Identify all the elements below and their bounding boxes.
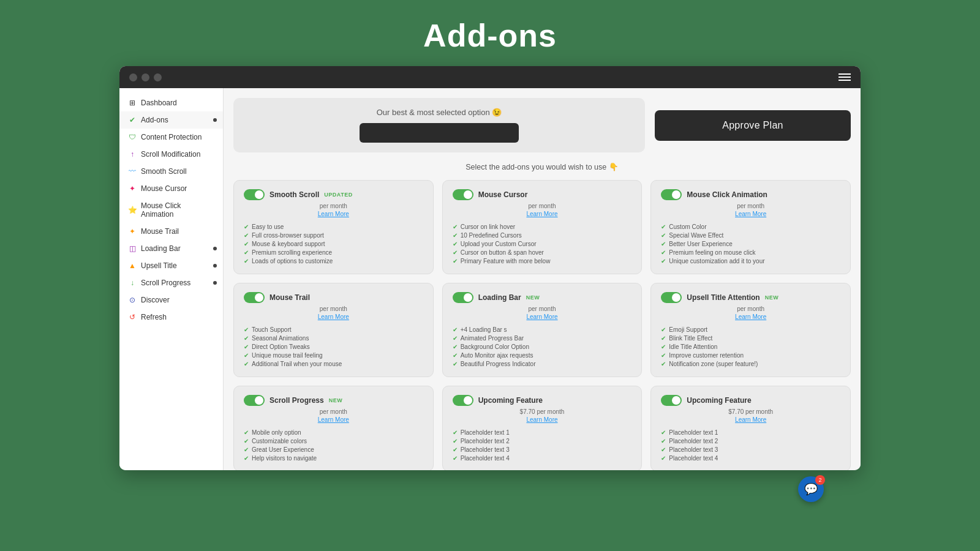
card-title: Upcoming Feature [478,396,543,405]
sidebar-item-scroll-modification[interactable]: ↑ Scroll Modification [119,146,223,163]
check-icon: ✔ [244,352,249,359]
browser-dot-red [129,73,137,81]
check-icon: ✔ [453,232,458,239]
check-icon: ✔ [453,429,458,436]
sidebar-item-loading-bar[interactable]: ◫ Loading Bar [119,240,223,257]
card-feature-item: ✔Customizable colors [244,437,423,445]
card-features: ✔Custom Color✔Special Wave Effect✔Better… [661,222,840,265]
card-feature-item: ✔Placeholder text 3 [453,445,632,454]
toggle-switch[interactable] [453,395,473,406]
card-feature-item: ✔Seasonal Animations [244,334,423,342]
toggle-switch[interactable] [661,395,682,406]
card-feature-item: ✔Placeholder text 3 [661,445,840,454]
sidebar-item-mouse-click-animation[interactable]: ⭐ Mouse Click Animation [119,197,223,223]
sidebar-label-mouse-cursor: Mouse Cursor [141,184,187,193]
check-icon: ✔ [453,326,458,333]
check-icon: ✔ [661,335,666,342]
sidebar-label-upsell-title: Upsell Title [141,261,177,270]
select-addons-label: Select the add-ons you would wish to use… [233,162,851,171]
card-learn-more[interactable]: Learn More [661,416,840,423]
addon-card-upsell-title: Upsell Title Attention NEW per month Lea… [650,283,851,377]
check-icon: ✔ [661,438,666,444]
card-feature-item: ✔Cursor on button & span hover [453,248,632,257]
check-icon: ✔ [244,249,249,256]
toggle-switch[interactable] [453,189,473,200]
card-price: per month [661,305,840,312]
sidebar-item-smooth-scroll[interactable]: 〰 Smooth Scroll [119,163,223,180]
card-learn-more[interactable]: Learn More [453,211,632,217]
check-icon: ✔ [453,361,458,367]
sidebar-item-dashboard[interactable]: ⊞ Dashboard [119,94,223,111]
plan-bar [360,123,519,143]
check-icon: ✔ [244,258,249,264]
card-title: Upsell Title Attention [687,293,760,302]
card-feature-item: ✔+4 Loading Bar s [453,325,632,334]
toggle-switch[interactable] [244,292,265,303]
card-learn-more[interactable]: Learn More [661,313,840,320]
card-learn-more[interactable]: Learn More [244,313,423,320]
approve-plan-button[interactable]: Approve Plan [655,110,851,141]
scroll-mod-icon: ↑ [128,150,137,159]
sidebar-label-discover: Discover [141,296,170,304]
card-feature-item: ✔Primary Feature with more below [453,257,632,265]
smooth-scroll-icon: 〰 [128,167,137,176]
check-icon: ✔ [244,438,249,444]
card-price: $7.70 per month [453,408,632,415]
toggle-switch[interactable] [661,189,682,200]
card-feature-item: ✔Placeholder text 1 [661,428,840,437]
card-features: ✔Cursor on link hover✔10 Predefined Curs… [453,222,632,265]
card-features: ✔Easy to use✔Full cross-browser support✔… [244,222,423,265]
sidebar-item-addons[interactable]: ✔ Add-ons [119,111,223,129]
sidebar-item-mouse-cursor[interactable]: ✦ Mouse Cursor [119,180,223,197]
card-feature-item: ✔Mobile only option [244,428,423,437]
sidebar-item-upsell-title[interactable]: ▲ Upsell Title [119,257,223,274]
sidebar-label-addons: Add-ons [141,116,168,124]
sidebar-item-scroll-progress[interactable]: ↓ Scroll Progress [119,274,223,291]
addon-card-scroll-progress: Scroll Progress NEW per month Learn More… [233,386,434,470]
sidebar-item-content-protection[interactable]: 🛡 Content Protection [119,129,223,146]
card-header: Mouse Click Animation [661,189,840,200]
toggle-switch[interactable] [244,395,265,406]
card-learn-more[interactable]: Learn More [661,211,840,217]
sidebar-item-mouse-trail[interactable]: ✦ Mouse Trail [119,223,223,240]
card-feature-item: ✔Direct Option Tweaks [244,342,423,351]
card-feature-item: ✔Placeholder text 1 [453,428,632,437]
sidebar-item-refresh[interactable]: ↺ Refresh [119,309,223,326]
card-feature-item: ✔Placeholder text 4 [661,454,840,462]
addon-card-mouse-click-animation: Mouse Click Animation per month Learn Mo… [650,180,851,274]
sidebar-label-loading-bar: Loading Bar [141,244,181,253]
chat-icon: 💬 [804,482,818,496]
card-learn-more[interactable]: Learn More [244,211,423,217]
card-feature-item: ✔Notification zone (super feature!) [661,359,840,368]
card-price: $7.70 per month [661,408,840,415]
browser-menu-button[interactable] [839,73,851,81]
check-icon: ✔ [244,455,249,462]
card-header: Upsell Title Attention NEW [661,292,840,303]
card-feature-item: ✔Great User Experience [244,445,423,454]
toggle-switch[interactable] [244,189,265,200]
card-learn-more[interactable]: Learn More [244,416,423,423]
plan-banner-text: Our best & most selected option 😉 [377,108,502,117]
card-price: per month [244,408,423,415]
check-icon: ✔ [661,241,666,247]
toggle-switch[interactable] [453,292,473,303]
page-title: Add-ons [423,0,557,66]
check-icon: ✔ [661,326,666,333]
card-learn-more[interactable]: Learn More [453,313,632,320]
sidebar: ⊞ Dashboard ✔ Add-ons 🛡 Content Protecti… [119,88,224,470]
card-features: ✔Touch Support✔Seasonal Animations✔Direc… [244,325,423,368]
cards-grid: Smooth Scroll UPDATED per month Learn Mo… [233,180,851,470]
card-feature-item: ✔Touch Support [244,325,423,334]
card-title: Smooth Scroll [270,190,319,199]
card-learn-more[interactable]: Learn More [453,416,632,423]
card-title: Upcoming Feature [687,396,751,405]
card-feature-item: ✔Custom Color [661,222,840,231]
check-icon: ✔ [453,438,458,444]
sidebar-item-discover[interactable]: ⊙ Discover [119,291,223,309]
card-features: ✔Placeholder text 1✔Placeholder text 2✔P… [453,428,632,462]
toggle-switch[interactable] [661,292,682,303]
addon-card-upcoming-feature-2: Upcoming Feature $7.70 per month Learn M… [650,386,851,470]
card-badge: UPDATED [324,192,352,198]
card-feature-item: ✔Beautiful Progress Indicator [453,359,632,368]
chat-bubble[interactable]: 💬 2 [798,476,824,502]
